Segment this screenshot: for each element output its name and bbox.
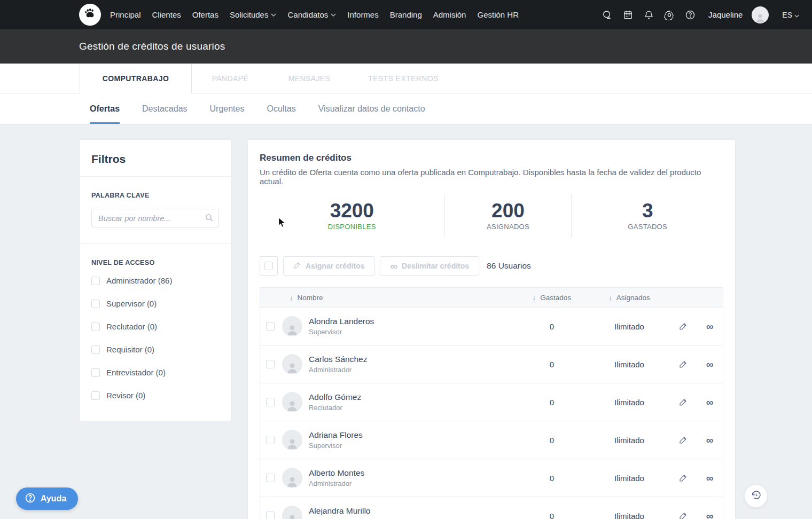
infinity-icon[interactable]: ∞ (706, 359, 714, 369)
infinity-icon[interactable]: ∞ (706, 473, 714, 483)
nav-item-gestion-hr[interactable]: Gestión HR (477, 10, 519, 19)
filter-option-requisitor[interactable]: Requisitor (0) (91, 345, 219, 354)
subtab-ofertas[interactable]: Ofertas (90, 93, 120, 124)
checkbox[interactable] (91, 345, 100, 354)
row-checkbox[interactable] (266, 322, 275, 331)
user-name[interactable]: Alberto Montes (309, 468, 364, 478)
gastados-value: 0 (514, 322, 589, 331)
access-level-label: NIVEL DE ACCESO (91, 259, 219, 266)
filter-option-reclutador[interactable]: Reclutador (0) (91, 322, 219, 331)
filter-option-administrador[interactable]: Administrador (86) (91, 276, 219, 285)
row-checkbox[interactable] (266, 512, 275, 519)
history-icon (751, 490, 762, 502)
edit-icon[interactable] (679, 322, 688, 331)
avatar (282, 506, 302, 519)
row-checkbox[interactable] (266, 360, 275, 368)
user-name[interactable]: Adolfo Gómez (309, 392, 361, 402)
nav-item-clientes[interactable]: Clientes (152, 10, 181, 19)
app-logo[interactable] (79, 4, 101, 26)
user-name[interactable]: Alondra Landeros (309, 317, 374, 326)
nav-item-principal[interactable]: Principal (110, 10, 141, 19)
tabbar-spacer (457, 64, 812, 93)
edit-icon[interactable] (679, 436, 688, 444)
nav-item-admision[interactable]: Admisión (433, 10, 466, 19)
bell-icon[interactable] (643, 9, 654, 21)
users-table: ↓Nombre ↓Gastados ↓Asignados Alondra Lan… (260, 287, 723, 519)
edit-icon[interactable] (679, 512, 688, 519)
checkbox[interactable] (264, 262, 273, 270)
avatar[interactable] (752, 6, 769, 23)
row-checkbox[interactable] (266, 474, 275, 482)
gastados-value: 0 (514, 436, 589, 445)
table-row: Adriana FloresSupervisor 0 Ilimitado ∞ (260, 421, 723, 459)
search-input[interactable] (91, 209, 219, 227)
nav-item-informes[interactable]: Informes (347, 10, 378, 19)
chat-icon[interactable] (601, 9, 613, 21)
sort-icon: ↓ (608, 294, 612, 302)
asignados-value: Ilimitado (589, 474, 669, 483)
user-name[interactable]: Adriana Flores (309, 430, 363, 440)
bulk-actions: Asignar créditos ∞ Deslimitar créditos 8… (260, 256, 723, 276)
infinity-icon[interactable]: ∞ (706, 321, 714, 332)
section-subtabs: Ofertas Destacadas Urgentes Ocultas Visu… (0, 93, 812, 124)
navbar-right: Jaqueline ES (601, 6, 799, 23)
stat-value: 3 (642, 201, 653, 221)
checkbox[interactable] (91, 277, 100, 285)
edit-icon[interactable] (679, 360, 688, 368)
row-checkbox[interactable] (266, 398, 275, 406)
gear-icon[interactable] (663, 9, 675, 21)
checkbox[interactable] (91, 323, 100, 331)
unlimit-credits-button[interactable]: ∞ Deslimitar créditos (380, 256, 479, 276)
subtab-ocultas[interactable]: Ocultas (267, 93, 295, 124)
tabbar-spacer (0, 64, 80, 93)
select-all-checkbox[interactable] (260, 256, 278, 276)
avatar (282, 354, 302, 374)
filter-option-revisor[interactable]: Revisor (0) (91, 391, 219, 400)
help-button[interactable]: Ayuda (16, 487, 78, 510)
edit-icon[interactable] (679, 398, 688, 406)
subtab-destacadas[interactable]: Destacadas (142, 93, 188, 124)
subtab-visualizar-datos[interactable]: Visualizar datos de contacto (318, 93, 425, 124)
assign-credits-button[interactable]: Asignar créditos (283, 256, 374, 276)
user-role: Administrador (309, 366, 367, 374)
column-header-nombre[interactable]: ↓Nombre (260, 294, 514, 302)
filters-title: Filtros (80, 140, 231, 176)
tab-computrabajo[interactable]: COMPUTRABAJO (80, 64, 192, 93)
infinity-icon[interactable]: ∞ (706, 511, 714, 519)
nav-item-ofertas[interactable]: Ofertas (192, 10, 218, 19)
user-name[interactable]: Carlos Sánchez (309, 355, 367, 364)
language-selector[interactable]: ES (782, 11, 799, 19)
checkbox[interactable] (91, 391, 100, 400)
help-icon[interactable] (684, 9, 696, 21)
credits-panel: Resumen de créditos Un crédito de Oferta… (247, 139, 736, 519)
filter-option-entrevistador[interactable]: Entrevistador (0) (91, 368, 219, 377)
infinity-icon[interactable]: ∞ (706, 435, 714, 445)
nav-item-branding[interactable]: Branding (390, 10, 422, 19)
page-header: Gestión de créditos de usuarios (0, 29, 812, 64)
user-count: 86 Usuarios (487, 261, 531, 271)
page-title: Gestión de créditos de usuarios (79, 41, 225, 52)
asignados-value: Ilimitado (589, 436, 669, 445)
checkbox[interactable] (91, 300, 100, 308)
user-name[interactable]: Alejandra Murillo (309, 506, 370, 516)
tab-pandape[interactable]: PANDAPÉ (192, 64, 269, 93)
tab-tests-externos[interactable]: TESTS EXTERNOS (350, 64, 457, 93)
infinity-icon[interactable]: ∞ (706, 397, 714, 407)
tab-mensajes[interactable]: MENSAJES (269, 64, 350, 93)
column-header-gastados[interactable]: ↓Gastados (514, 294, 589, 302)
history-button[interactable] (744, 484, 768, 508)
row-checkbox[interactable] (266, 436, 275, 444)
help-icon (25, 492, 36, 506)
subtab-urgentes[interactable]: Urgentes (210, 93, 245, 124)
nav-item-solicitudes[interactable]: Solicitudes (230, 10, 277, 19)
column-header-asignados[interactable]: ↓Asignados (589, 294, 669, 302)
calendar-icon[interactable] (622, 9, 634, 21)
stat-label: GASTADOS (628, 223, 667, 231)
filter-option-supervisor[interactable]: Supervisor (0) (91, 299, 219, 308)
edit-icon[interactable] (679, 474, 688, 482)
user-name[interactable]: Jaqueline (708, 10, 743, 19)
content-area: Filtros PALABRA CLAVE NIVEL DE ACCESO Ad… (0, 124, 812, 519)
checkbox[interactable] (91, 368, 100, 377)
table-row: Adolfo GómezReclutador 0 Ilimitado ∞ (260, 383, 723, 421)
nav-item-candidatos[interactable]: Candidatos (287, 10, 336, 19)
